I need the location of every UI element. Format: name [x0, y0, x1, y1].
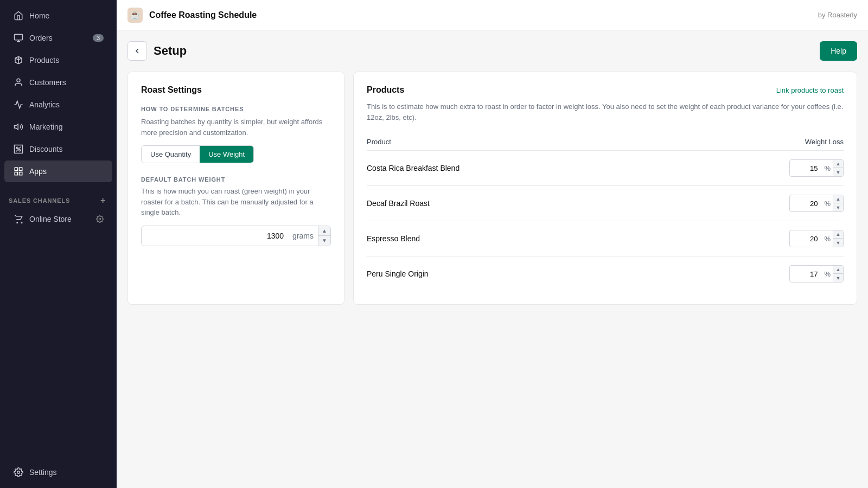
sidebar-item-home-label: Home	[29, 11, 49, 20]
default-batch-section: DEFAULT BATCH WEIGHT This is how much yo…	[141, 176, 331, 246]
svg-rect-9	[20, 172, 22, 175]
products-list: Costa Rica Breakfast Blend % ▲ ▼ Decaf B…	[367, 151, 844, 291]
orders-badge: 3	[93, 34, 104, 42]
sidebar-item-apps[interactable]: Apps	[4, 160, 112, 182]
add-sales-channel-button[interactable]: +	[98, 196, 108, 206]
weight-spinner: ▲ ▼	[833, 195, 843, 211]
product-name: Peru Single Origin	[367, 269, 429, 278]
weight-decrement-button[interactable]: ▼	[833, 274, 843, 282]
how-to-desc: Roasting batches by quantity is simpler,…	[141, 117, 331, 138]
weight-unit: %	[822, 162, 833, 175]
svg-rect-0	[15, 34, 23, 40]
svg-marker-2	[15, 124, 18, 130]
product-row: Costa Rica Breakfast Blend % ▲ ▼	[367, 151, 844, 186]
app-title: Coffee Roasting Schedule	[149, 10, 257, 20]
store-icon	[13, 214, 24, 224]
orders-icon	[13, 33, 24, 43]
weight-increment-button[interactable]: ▲	[833, 160, 843, 168]
sidebar-item-marketing[interactable]: Marketing	[4, 116, 112, 138]
back-button[interactable]	[127, 41, 147, 61]
online-store-label: Online Store	[29, 215, 72, 223]
sidebar-item-customers[interactable]: Customers	[4, 72, 112, 93]
weight-decrement-button[interactable]: ▼	[833, 168, 843, 176]
products-desc: This is to estimate how much extra to ro…	[367, 101, 844, 123]
home-icon	[13, 10, 24, 21]
how-to-determine-label: HOW TO DETERMINE BATCHES	[141, 106, 331, 112]
settings-icon	[13, 467, 24, 478]
weight-unit: %	[822, 197, 833, 210]
weight-unit: %	[822, 232, 833, 246]
help-button[interactable]: Help	[820, 41, 857, 61]
use-quantity-button[interactable]: Use Quantity	[142, 146, 200, 163]
product-name: Decaf Brazil Roast	[367, 199, 430, 208]
discounts-icon	[13, 144, 24, 155]
svg-point-4	[19, 150, 21, 151]
weight-increment-button[interactable]: ▲	[833, 195, 843, 203]
svg-point-3	[16, 147, 18, 149]
weight-loss-input[interactable]	[790, 197, 822, 210]
marketing-icon	[13, 121, 24, 132]
batch-increment-button[interactable]: ▲	[318, 226, 330, 236]
svg-point-13	[17, 471, 20, 474]
main-area: ☕ Coffee Roasting Schedule by Roasterly …	[117, 0, 868, 488]
weight-spinner: ▲ ▼	[833, 160, 843, 176]
online-store-settings-icon[interactable]	[96, 215, 104, 223]
sidebar-item-settings[interactable]: Settings	[4, 461, 112, 483]
weight-spinner: ▲ ▼	[833, 230, 843, 247]
sidebar-item-apps-label: Apps	[29, 167, 47, 176]
app-icon: ☕	[127, 8, 143, 23]
sidebar-item-home[interactable]: Home	[4, 5, 112, 27]
batch-input-wrap: grams ▲ ▼	[141, 226, 331, 246]
batch-weight-input[interactable]	[142, 227, 290, 245]
weight-spinner: ▲ ▼	[833, 266, 843, 282]
setup-header: Setup Help	[127, 41, 857, 61]
svg-point-1	[17, 79, 20, 82]
product-row: Espresso Blend % ▲ ▼	[367, 221, 844, 256]
sidebar-item-orders[interactable]: Orders 3	[4, 27, 112, 49]
svg-point-11	[21, 222, 22, 223]
weight-input-wrap: % ▲ ▼	[789, 159, 844, 177]
weight-loss-input[interactable]	[790, 232, 822, 246]
weight-loss-input[interactable]	[790, 267, 822, 281]
sidebar-item-discounts[interactable]: Discounts	[4, 138, 112, 160]
batch-unit: grams	[290, 227, 318, 245]
sidebar-item-discounts-label: Discounts	[29, 145, 62, 153]
settings-label: Settings	[29, 468, 57, 477]
svg-rect-8	[15, 172, 17, 175]
sidebar-item-analytics[interactable]: Analytics	[4, 94, 112, 115]
svg-point-10	[17, 222, 18, 223]
topbar: ☕ Coffee Roasting Schedule by Roasterly	[117, 0, 868, 30]
products-title: Products	[367, 85, 404, 95]
product-name: Costa Rica Breakfast Blend	[367, 164, 459, 172]
svg-rect-7	[20, 168, 22, 170]
roast-settings-title: Roast Settings	[141, 85, 331, 95]
products-table-header: Product Weight Loss	[367, 133, 844, 151]
sidebar-item-products[interactable]: Products	[4, 49, 112, 71]
roast-settings-card: Roast Settings HOW TO DETERMINE BATCHES …	[127, 72, 344, 305]
sidebar-item-online-store[interactable]: Online Store	[4, 208, 112, 230]
products-card: Products Link products to roast This is …	[353, 72, 857, 305]
sidebar-item-marketing-label: Marketing	[29, 123, 62, 131]
svg-point-12	[99, 218, 101, 220]
sales-channels-section: SALES CHANNELS +	[0, 187, 117, 208]
use-weight-button[interactable]: Use Weight	[200, 146, 253, 163]
weight-decrement-button[interactable]: ▼	[833, 203, 843, 211]
svg-rect-6	[15, 168, 17, 170]
weight-decrement-button[interactable]: ▼	[833, 239, 843, 247]
product-name: Espresso Blend	[367, 234, 420, 243]
link-products-button[interactable]: Link products to roast	[776, 86, 844, 94]
col-product: Product	[367, 138, 391, 146]
weight-increment-button[interactable]: ▲	[833, 230, 843, 239]
customers-icon	[13, 77, 24, 88]
batch-decrement-button[interactable]: ▼	[318, 236, 330, 246]
batch-toggle-group: Use Quantity Use Weight	[141, 145, 254, 163]
setup-header-left: Setup	[127, 41, 187, 61]
weight-increment-button[interactable]: ▲	[833, 266, 843, 274]
col-weight-loss: Weight Loss	[805, 138, 844, 146]
apps-icon	[13, 166, 24, 177]
weight-input-wrap: % ▲ ▼	[789, 230, 844, 247]
default-batch-desc: This is how much you can roast (green we…	[141, 186, 331, 218]
sidebar-item-products-label: Products	[29, 56, 59, 65]
weight-loss-input[interactable]	[790, 162, 822, 175]
setup-title: Setup	[154, 44, 187, 58]
